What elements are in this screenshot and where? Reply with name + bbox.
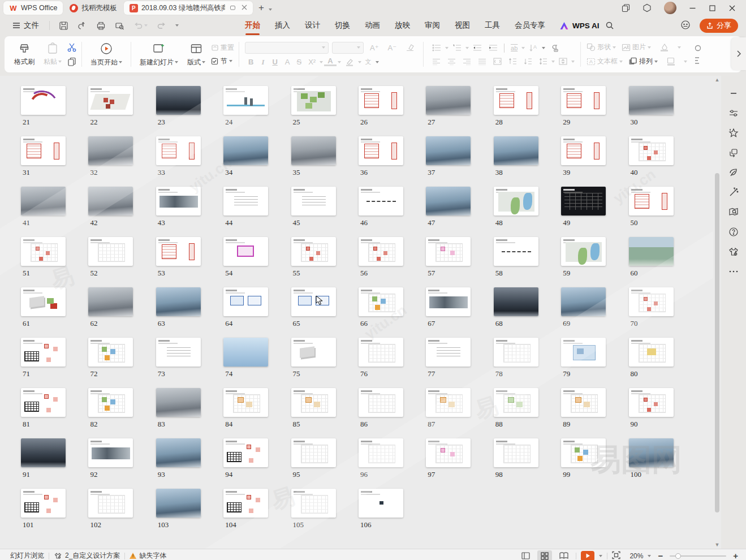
slide-thumbnail[interactable] [88,489,133,518]
slide-cell[interactable]: 64 [223,287,291,338]
italic-button[interactable]: I [258,58,268,67]
new-tab-button[interactable]: + [254,2,269,14]
print-preview-icon[interactable] [111,21,128,31]
vertical-scrollbar[interactable]: ▲ ▼ [713,76,721,549]
slide-thumbnail[interactable] [291,438,336,467]
file-menu-button[interactable]: 文件 [8,20,44,31]
slide-cell[interactable]: 33 [156,136,223,187]
slide-cell[interactable]: 31 [21,136,88,187]
slide-thumbnail[interactable] [561,438,606,467]
layout-button[interactable]: 版式 [183,41,209,68]
app-tab-home[interactable]: W WPS Office [3,1,63,15]
slide-cell[interactable]: 87 [426,388,493,438]
menu-tab-1[interactable]: 插入 [269,18,296,33]
slide-thumbnail[interactable] [223,86,268,115]
slide-cell[interactable]: 21 [21,86,88,136]
highlight-color-icon[interactable] [342,57,357,67]
strikethrough-button[interactable]: S [294,58,305,66]
slide-thumbnail[interactable] [223,237,268,266]
slide-cell[interactable]: 101 [21,489,88,539]
pop-out-window-icon[interactable] [230,5,236,12]
slide-cell[interactable]: 93 [156,438,223,489]
slide-thumbnail[interactable] [629,287,674,316]
document-tab[interactable]: P 2018.09.03 绿地赣州高铁商务 [124,1,253,15]
slide-thumbnail[interactable] [359,338,403,367]
slide-thumbnail[interactable] [494,287,538,316]
slide-cell[interactable]: 85 [291,388,359,438]
slide-thumbnail[interactable] [223,489,268,518]
slide-thumbnail[interactable] [561,237,606,266]
tab-overview-icon[interactable] [622,4,630,12]
slide-cell[interactable]: 44 [223,187,291,237]
slide-cell[interactable]: 77 [426,338,493,388]
menu-tab-0[interactable]: 开始 [239,18,266,33]
menu-tab-5[interactable]: 放映 [389,18,416,33]
menu-tab-3[interactable]: 切换 [329,18,356,33]
slide-thumbnail[interactable] [21,338,66,367]
menu-tab-8[interactable]: 工具 [478,18,506,33]
slide-cell[interactable]: 38 [494,136,561,187]
missing-font-warning[interactable]: 缺失字体 [125,551,171,560]
slide-thumbnail[interactable] [629,388,674,417]
slide-cell[interactable]: 88 [494,388,561,438]
new-slide-button[interactable]: 新建幻灯片 [136,41,182,68]
paste-button[interactable]: 粘贴 [40,41,66,68]
zoom-slider-knob[interactable] [675,553,681,559]
slide-thumbnail[interactable] [88,237,133,266]
slide-thumbnail[interactable] [88,287,133,316]
scrollbar-thumb[interactable] [715,173,719,512]
slide-cell[interactable]: 60 [629,237,696,287]
slide-cell[interactable]: 65 [291,287,359,338]
scroll-down-icon[interactable]: ▼ [715,542,720,548]
slide-cell[interactable]: 52 [88,237,156,287]
slide-thumbnail[interactable] [21,438,66,467]
slide-cell[interactable]: 35 [291,136,359,187]
slide-thumbnail[interactable] [291,237,336,266]
slide-thumbnail[interactable] [359,438,403,467]
slide-cell[interactable]: 24 [223,86,291,136]
reference-search-icon[interactable] [726,206,741,218]
slide-cell[interactable]: 34 [223,136,291,187]
slide-cell[interactable]: 45 [291,187,359,237]
menu-tab-6[interactable]: 审阅 [419,18,446,33]
slide-cell[interactable]: 103 [156,489,223,539]
user-avatar[interactable] [664,2,676,14]
wps-ai-button[interactable]: WPS AI [559,21,600,30]
fit-to-window-icon[interactable] [612,551,620,560]
character-spacing-button[interactable]: ab [508,45,520,51]
slide-thumbnail[interactable] [426,187,471,216]
slideshow-play-button[interactable] [581,551,594,560]
slide-thumbnail[interactable] [359,237,403,266]
slide-thumbnail[interactable] [291,86,336,115]
slide-thumbnail[interactable] [494,338,538,367]
slide-thumbnail[interactable] [156,237,201,266]
minimize-button[interactable] [689,5,696,12]
slide-cell[interactable]: 100 [629,438,696,489]
slide-thumbnail[interactable] [561,86,606,115]
slide-cell[interactable]: 58 [494,237,561,287]
slide-cell[interactable]: 92 [88,438,156,489]
line-spacing-icon[interactable] [536,57,550,66]
slide-thumbnail[interactable] [21,388,66,417]
numbered-list-icon[interactable] [450,43,464,53]
slide-cell[interactable]: 43 [156,187,223,237]
slide-thumbnail[interactable] [561,338,606,367]
slide-thumbnail[interactable] [426,237,471,266]
slide-thumbnail[interactable] [494,237,538,266]
slide-cell[interactable]: 89 [561,388,628,438]
slide-thumbnail[interactable] [629,237,674,266]
slide-thumbnail[interactable] [359,388,403,417]
slide-cell[interactable]: 63 [156,287,223,338]
slide-thumbnail[interactable] [494,438,538,467]
slide-thumbnail[interactable] [21,237,66,266]
cut-icon[interactable] [67,42,77,53]
slide-cell[interactable]: 78 [494,338,561,388]
slide-cell[interactable]: 28 [494,86,561,136]
decrease-font-size-button[interactable]: A⁻ [385,44,400,52]
export-pdf-icon[interactable] [74,21,90,31]
slide-cell[interactable]: 98 [494,438,561,489]
maximize-button[interactable] [709,5,716,12]
slide-thumbnail[interactable] [223,136,268,165]
slide-cell[interactable]: 69 [561,287,628,338]
slide-thumbnail[interactable] [88,187,133,216]
